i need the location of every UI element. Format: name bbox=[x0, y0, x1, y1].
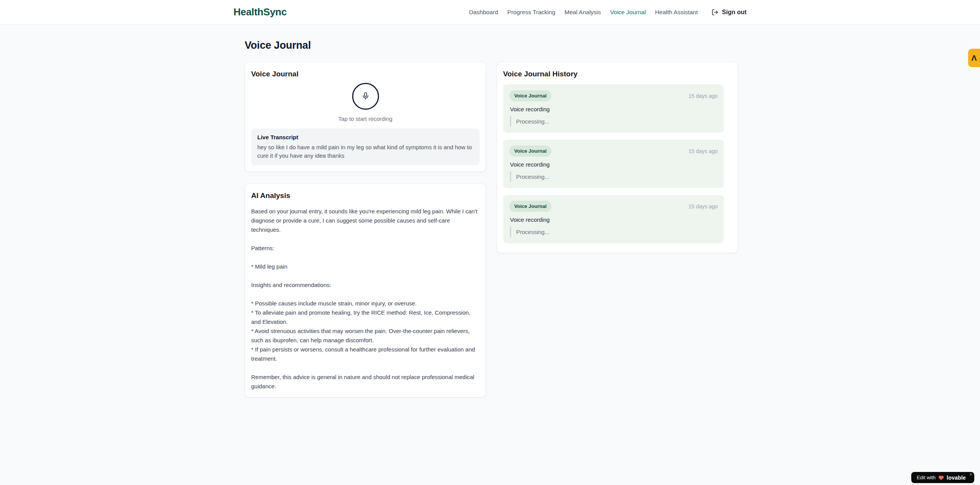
live-transcript-text: hey so like I do have a mild pain in my … bbox=[257, 143, 473, 160]
analysis-paragraph: Remember, this advice is general in natu… bbox=[251, 373, 480, 391]
nav-item-dashboard[interactable]: Dashboard bbox=[469, 9, 498, 16]
entry-label: Voice recording bbox=[510, 216, 718, 223]
tap-to-record-hint: Tap to start recording bbox=[251, 115, 480, 122]
live-transcript-label: Live Transcript bbox=[257, 134, 473, 140]
edit-with-label: Edit with bbox=[917, 475, 935, 480]
lovable-brand-label: lovable bbox=[947, 475, 966, 481]
analysis-paragraph: * Possible causes include muscle strain,… bbox=[251, 299, 480, 363]
logout-icon bbox=[712, 9, 718, 16]
entry-timestamp: 15 days ago bbox=[689, 93, 718, 99]
lovable-heart-icon bbox=[938, 475, 944, 480]
close-icon[interactable]: × bbox=[970, 472, 972, 477]
ai-analysis-title: AI Analysis bbox=[251, 191, 480, 200]
voice-recorder-card: Voice Journal Tap to start recording Liv… bbox=[245, 62, 486, 172]
entry-type-badge: Voice Journal bbox=[509, 90, 551, 101]
entry-timestamp: 15 days ago bbox=[689, 203, 718, 210]
entry-label: Voice recording bbox=[510, 106, 718, 112]
left-column: Voice Journal Tap to start recording Liv… bbox=[245, 62, 486, 398]
top-navbar: HealthSync Dashboard Progress Tracking M… bbox=[0, 0, 980, 25]
analysis-paragraph: Based on your journal entry, it sounds l… bbox=[251, 207, 480, 234]
sign-out-label: Sign out bbox=[722, 9, 747, 16]
accessibility-icon: Λ bbox=[971, 53, 977, 63]
record-button[interactable] bbox=[352, 83, 379, 110]
brand-logo[interactable]: HealthSync bbox=[233, 6, 287, 18]
analysis-paragraph: Patterns: bbox=[251, 244, 480, 253]
analysis-paragraph: * Mild leg pain bbox=[251, 262, 480, 271]
recorder-card-title: Voice Journal bbox=[251, 70, 480, 78]
entry-header: Voice Journal 15 days ago bbox=[509, 90, 718, 101]
entry-label: Voice recording bbox=[510, 161, 718, 168]
voice-journal-history-card: Voice Journal History Voice Journal 15 d… bbox=[497, 62, 738, 253]
entry-status: Processing... bbox=[510, 227, 718, 237]
main-nav: Dashboard Progress Tracking Meal Analysi… bbox=[469, 9, 747, 16]
live-transcript-box: Live Transcript hey so like I do have a … bbox=[251, 129, 480, 165]
entry-header: Voice Journal 15 days ago bbox=[509, 201, 718, 212]
ai-analysis-card: AI Analysis Based on your journal entry,… bbox=[245, 183, 486, 398]
entry-type-badge: Voice Journal bbox=[509, 201, 551, 212]
microphone-icon bbox=[361, 92, 370, 101]
history-card-title: Voice Journal History bbox=[503, 70, 732, 78]
entry-type-badge: Voice Journal bbox=[509, 145, 551, 157]
edit-with-lovable-badge[interactable]: Edit with lovable × bbox=[911, 472, 974, 483]
main-content: Voice Journal Voice Journal Tap to start… bbox=[245, 40, 738, 398]
accessibility-widget-button[interactable]: Λ bbox=[968, 49, 980, 67]
history-entry[interactable]: Voice Journal 15 days ago Voice recordin… bbox=[503, 84, 724, 133]
entry-timestamp: 15 days ago bbox=[689, 148, 718, 154]
page-title: Voice Journal bbox=[245, 40, 738, 51]
nav-item-meal-analysis[interactable]: Meal Analysis bbox=[564, 9, 601, 16]
content-grid: Voice Journal Tap to start recording Liv… bbox=[245, 62, 738, 398]
nav-item-voice-journal[interactable]: Voice Journal bbox=[610, 9, 646, 16]
analysis-paragraph: Insights and recommendations: bbox=[251, 280, 480, 290]
history-entry[interactable]: Voice Journal 15 days ago Voice recordin… bbox=[503, 140, 724, 188]
ai-analysis-body: Based on your journal entry, it sounds l… bbox=[251, 207, 480, 391]
nav-item-health-assistant[interactable]: Health Assistant bbox=[655, 9, 698, 16]
nav-item-progress-tracking[interactable]: Progress Tracking bbox=[507, 9, 555, 16]
history-entry[interactable]: Voice Journal 15 days ago Voice recordin… bbox=[503, 195, 724, 243]
entry-status: Processing... bbox=[510, 172, 718, 182]
entry-status: Processing... bbox=[510, 116, 718, 127]
sign-out-button[interactable]: Sign out bbox=[712, 9, 747, 16]
entry-header: Voice Journal 15 days ago bbox=[509, 145, 718, 157]
history-entries-list: Voice Journal 15 days ago Voice recordin… bbox=[503, 84, 732, 243]
